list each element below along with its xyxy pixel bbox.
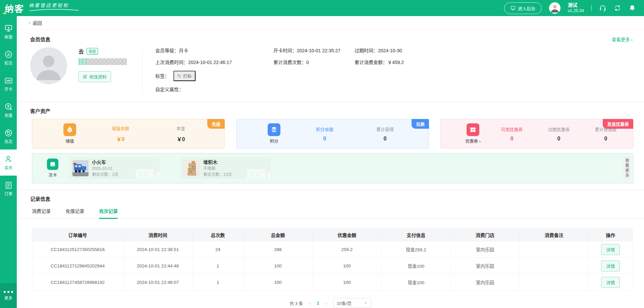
tab-recharge-count-records[interactable]: 充次记录	[99, 207, 118, 219]
enter-backend-button[interactable]: 进入后台	[504, 2, 542, 14]
svg-text:VIP: VIP	[6, 79, 11, 82]
card-watermark	[247, 166, 271, 179]
member-avatar-person-icon	[30, 47, 67, 84]
col-payment-info: 支付信息	[381, 229, 450, 241]
member-avatar	[30, 47, 67, 84]
open-time-value: 2024-10-01 22:35:27	[297, 47, 340, 54]
sidebar-item-more[interactable]: 更多	[0, 283, 17, 308]
deduct-count-icon	[4, 50, 13, 59]
app-version: v1.25.34	[568, 8, 584, 14]
detail-button[interactable]: 详情	[601, 260, 620, 271]
logo-text: 纳客	[4, 2, 25, 15]
table-row: CC1841127129845202944 2024-10-01 22:44:4…	[32, 258, 633, 274]
next-page-arrow[interactable]: ›	[325, 300, 328, 306]
stored-value-card: 充值 ¥ 储值 储值余额 ￥0 本金 ￥0	[32, 119, 225, 148]
table-row: CC1841127458728968192 2024-10-01 22:46:0…	[32, 274, 633, 291]
tag-button[interactable]: 打标	[173, 71, 196, 81]
avatar[interactable]	[549, 2, 560, 14]
tab-consume-records[interactable]: 消费记录	[32, 207, 51, 219]
detail-button[interactable]: 详情	[601, 244, 620, 255]
sidebar-item-deduct-count[interactable]: 扣次	[0, 45, 17, 71]
sidebar-item-recharge-count[interactable]: 充次	[0, 123, 17, 149]
coupon-label[interactable]: 优惠券 ›	[462, 138, 484, 144]
col-total-amount: 总金额	[244, 229, 313, 241]
recharge-count-icon	[4, 129, 13, 137]
stored-balance-value: ￥0	[100, 135, 141, 143]
count-card-item[interactable]: 小火车 2025-10-01 剩余次数：2次	[69, 158, 160, 179]
records-tabs: 消费记录 充值记录 充次记录	[17, 202, 644, 219]
bell-icon[interactable]	[629, 4, 636, 12]
svg-text:¥: ¥	[472, 128, 474, 131]
coupon-available-value: 0	[493, 136, 531, 142]
avatar-person-icon	[549, 2, 560, 14]
prev-page-arrow[interactable]: ‹	[309, 300, 312, 306]
principal-value: ￥0	[160, 135, 201, 143]
count-card-title: 小火车	[92, 160, 118, 165]
blocks-thumbnail	[184, 160, 200, 176]
member-fields-col-2: 开卡时间：2024-10-01 22:35:27 累计消费次数：0	[273, 47, 355, 66]
sidebar-item-members[interactable]: 会员	[0, 149, 17, 176]
money-bag-icon: ¥	[63, 123, 76, 136]
points-label[interactable]: 积分	[263, 138, 285, 144]
member-name: 去	[78, 47, 84, 55]
expire-value: 2024-10-30	[378, 47, 402, 54]
recharge-action-tag[interactable]: 充值	[207, 119, 225, 129]
count-card-item[interactable]: 堆积木 不限期 剩余次数：23次	[180, 158, 271, 179]
order-icon	[4, 181, 13, 189]
sidebar-item-cashier[interactable]: ¥ 收银	[0, 19, 17, 45]
member-divider	[142, 49, 143, 93]
member-info-section: 会员信息 查看更多 › 去 保密	[17, 29, 644, 102]
table-row: CC1841125127350255616 2024-10-01 22:36:5…	[32, 241, 633, 258]
customer-service-icon[interactable]	[599, 4, 606, 12]
table-header-row: 订单编号 消费时间 总次数 总金额 优惠金额 支付信息 消费门店 消费备注 操作	[32, 229, 633, 241]
svg-text:¥: ¥	[69, 129, 71, 132]
chevron-down-icon: ▼	[364, 301, 368, 305]
sync-icon[interactable]	[614, 4, 621, 12]
recharge-icon: ¥	[4, 103, 13, 111]
cashier-icon: ¥	[4, 24, 13, 33]
count-card-label: 次卡	[42, 172, 63, 178]
col-discount-amount: 优惠金额	[312, 229, 381, 241]
sidebar-item-recharge[interactable]: ¥ 充值	[0, 97, 17, 123]
edit-icon	[83, 74, 87, 79]
masked-phone	[78, 58, 142, 65]
col-consume-time: 消费时间	[123, 229, 193, 241]
points-card: 兑换 积分 积分余额 0 累计获得 0	[236, 119, 429, 148]
customer-assets-section: 客户资产 充值 ¥ 储值 储值余额 ￥0 本金 ￥0	[17, 102, 644, 183]
member-view-more-link[interactable]: 查看更多 ›	[612, 36, 633, 43]
count-card-icon	[47, 159, 58, 170]
records-section: 记录信息 消费记录 充值记录 充次记录 订单编号 消费时间 总次数 总金额 优惠…	[17, 190, 644, 308]
sidebar-item-open-card[interactable]: VIP 开卡	[0, 71, 17, 97]
records-title: 记录信息	[30, 195, 50, 202]
vip-card-icon: VIP	[4, 76, 13, 85]
stored-value-label[interactable]: 储值	[59, 138, 80, 144]
count-card-remaining: 剩余次数：23次	[203, 173, 232, 177]
exchange-action-tag[interactable]: 兑换	[412, 119, 429, 129]
top-bar: 纳客 纳客管店更轻松 进入后台 测试 v1.25.34	[0, 0, 644, 16]
pagination-total: 共 3 条	[289, 300, 303, 306]
sidebar: ¥ 收银 扣次 VIP 开卡 ¥ 充值 充次 会员 订单 更多	[0, 16, 17, 308]
sidebar-item-orders[interactable]: 订单	[0, 176, 17, 202]
col-store: 消费门店	[450, 229, 520, 241]
col-remark: 消费备注	[520, 229, 589, 241]
page-size-select[interactable]: 10条/页 ▼	[333, 298, 371, 308]
breadcrumb-back[interactable]: ‹ 返回	[17, 16, 644, 29]
consume-amount-value: ￥459.2	[387, 59, 404, 66]
logo: 纳客 纳客管店更轻松	[5, 2, 79, 15]
detail-button[interactable]: 详情	[601, 277, 620, 288]
send-coupon-action-tag[interactable]: 发送优惠券	[603, 119, 633, 129]
count-card-title: 堆积木	[203, 160, 232, 165]
count-card-row: 次卡 小火车 2025-10-01 剩余次数：2次 堆积木	[32, 153, 633, 183]
coupon-used-value: 0	[587, 136, 625, 142]
page-number[interactable]: 1	[317, 301, 319, 306]
pagination: 共 3 条 ‹ 1 › 10条/页 ▼	[17, 298, 644, 308]
train-thumbnail	[72, 160, 89, 176]
chevron-left-icon: ‹	[29, 20, 31, 25]
assets-title: 客户资产	[30, 107, 50, 114]
user-info[interactable]: 测试 v1.25.34	[568, 2, 584, 13]
col-order-no: 订单编号	[32, 229, 123, 241]
count-card-view-more[interactable]: 查看更多	[623, 156, 631, 181]
tab-recharge-records[interactable]: 充值记录	[65, 207, 84, 219]
last-consume-value: 2024-10-01 22:46:17	[188, 59, 232, 66]
edit-profile-button[interactable]: 修改资料	[78, 71, 111, 82]
